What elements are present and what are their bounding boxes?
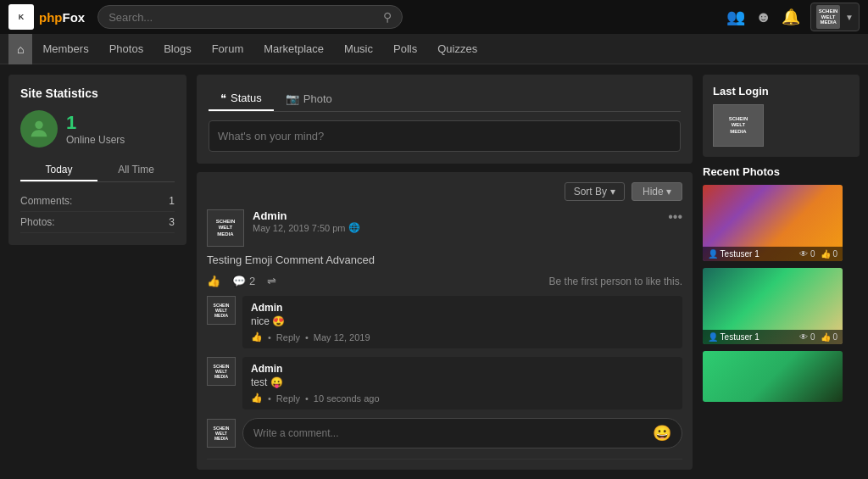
messages-icon[interactable]: ☻ — [755, 8, 771, 26]
comment-author: Admin — [251, 363, 674, 375]
view-count: 👁 0 — [799, 332, 815, 342]
comment-date: May 12, 2019 — [314, 332, 370, 343]
comment-input-row: SCHEINWELTMEDIA 😀 — [207, 418, 682, 448]
like-button[interactable]: 👍 — [207, 275, 220, 287]
post-date: May 12, 2019 7:50 pm 🌐 — [253, 222, 659, 233]
view-count: 👁 0 — [799, 249, 815, 259]
comment-reply-label: • — [268, 332, 271, 343]
comment-avatar: SCHEINWELTMEDIA — [207, 296, 236, 325]
logo-text: phpFox — [39, 10, 85, 25]
sort-arrow-icon: ▾ — [610, 186, 615, 198]
photo-item[interactable]: 👤 Testuser 1 👁 0 👍 0 — [703, 268, 860, 344]
feed-header: Sort By ▾ Hide ▾ — [207, 182, 682, 201]
comment-reply-button[interactable]: Reply — [276, 332, 300, 343]
user-menu[interactable]: SCHEINWELTMEDIA ▼ — [810, 3, 860, 31]
photo-stats: 👁 0 👍 0 — [799, 332, 837, 342]
comment-item: SCHEINWELTMEDIA Admin nice 😍 👍 • Reply •… — [207, 296, 682, 348]
stats-comments-row: Comments: 1 — [20, 191, 175, 212]
nav-music[interactable]: Music — [334, 34, 383, 64]
topbar: K phpFox ⚲ 👥 ☻ 🔔 SCHEINWELTMEDIA ▼ — [0, 0, 868, 34]
main-layout: Site Statistics 1 Online Users Today All… — [0, 64, 868, 479]
nav-blogs[interactable]: Blogs — [153, 34, 202, 64]
comment-reply-label: • — [268, 393, 271, 404]
like-text: Be the first person to like this. — [549, 276, 682, 287]
online-count: 1 — [66, 112, 125, 134]
nav-marketplace[interactable]: Marketplace — [253, 34, 334, 64]
post-info: Admin May 12, 2019 7:50 pm 🌐 — [253, 209, 659, 233]
last-login: Last Login SCHEINWELTMEDIA — [703, 75, 860, 157]
comment-date: 10 seconds ago — [314, 393, 380, 404]
left-panel: Site Statistics 1 Online Users Today All… — [8, 75, 186, 469]
tab-photo[interactable]: 📷 Photo — [274, 86, 344, 111]
photo-caption: 👤 Testuser 1 👁 0 👍 0 — [703, 330, 843, 344]
post-avatar[interactable]: SCHEINWELTMEDIA — [207, 209, 244, 247]
online-label: Online Users — [66, 134, 125, 146]
nav-home[interactable]: ⌂ — [8, 34, 32, 64]
photo-item[interactable]: 👤 Testuser 1 👁 0 👍 0 — [703, 185, 860, 261]
comment-time: • — [305, 332, 309, 343]
comment-input[interactable] — [253, 427, 653, 439]
photo-stats: 👁 0 👍 0 — [799, 249, 837, 259]
navbar: ⌂ Members Photos Blogs Forum Marketplace… — [0, 34, 868, 64]
nav-members[interactable]: Members — [32, 34, 98, 64]
comment-like-icon[interactable]: 👍 — [251, 331, 263, 343]
photos-val: 3 — [169, 216, 175, 228]
share-icon: ⇌ — [267, 275, 276, 287]
comment-body: Admin test 😛 👍 • Reply • 10 seconds ago — [242, 357, 682, 409]
comment-button[interactable]: 💬 2 — [232, 275, 255, 287]
last-login-avatar[interactable]: SCHEINWELTMEDIA — [713, 104, 764, 147]
search-input[interactable] — [108, 11, 378, 24]
comment-body: Admin nice 😍 👍 • Reply • May 12, 2019 — [242, 296, 682, 348]
comment-text: test 😛 — [251, 376, 674, 388]
user-avatar: SCHEINWELTMEDIA — [816, 5, 840, 29]
search-bar[interactable]: ⚲ — [97, 5, 403, 29]
post-input[interactable]: What's on your mind? — [209, 120, 681, 152]
comments-label: Comments: — [20, 195, 72, 207]
comment-actions: 👍 • Reply • May 12, 2019 — [251, 331, 674, 343]
nav-forum[interactable]: Forum — [202, 34, 254, 64]
feed: Sort By ▾ Hide ▾ SCHEINWELTMEDIA Admin M… — [197, 172, 693, 470]
notifications-icon[interactable]: 🔔 — [782, 8, 800, 26]
search-icon: ⚲ — [383, 10, 392, 24]
stats-user: 1 Online Users — [20, 110, 175, 148]
emoji-button[interactable]: 😀 — [653, 424, 671, 443]
recent-photos-title: Recent Photos — [703, 165, 860, 178]
stats-avatar — [20, 110, 58, 148]
share-button[interactable]: ⇌ — [267, 275, 276, 287]
comment-icon: 💬 — [232, 275, 246, 287]
user-icon: 👤 — [708, 249, 718, 259]
nav-polls[interactable]: Polls — [383, 34, 427, 64]
quote-icon: ❝ — [220, 92, 226, 104]
sort-button[interactable]: Sort By ▾ — [565, 182, 625, 201]
comment-avatar: SCHEINWELTMEDIA — [207, 357, 236, 386]
user-menu-arrow: ▼ — [845, 13, 854, 22]
post-options-button[interactable]: ••• — [668, 209, 682, 225]
photo-item[interactable] — [703, 351, 860, 402]
tab-alltime[interactable]: All Time — [97, 159, 175, 181]
camera-icon: 📷 — [286, 92, 299, 105]
nav-photos[interactable]: Photos — [99, 34, 153, 64]
stats-count-block: 1 Online Users — [66, 112, 125, 146]
photo-label: 👤 Testuser 1 — [708, 332, 760, 342]
post-box: ❝ Status 📷 Photo What's on your mind? — [197, 75, 693, 164]
tab-status[interactable]: ❝ Status — [209, 86, 274, 111]
nav-quizzes[interactable]: Quizzes — [427, 34, 487, 64]
user-icon: 👤 — [708, 332, 718, 342]
hide-button[interactable]: Hide ▾ — [632, 182, 682, 201]
stats-photos-row: Photos: 3 — [20, 212, 175, 233]
site-stats-title: Site Statistics — [20, 86, 175, 100]
logo[interactable]: K phpFox — [8, 4, 85, 30]
photo-caption: 👤 Testuser 1 👁 0 👍 0 — [703, 247, 843, 261]
friends-icon[interactable]: 👥 — [726, 8, 745, 26]
svg-point-0 — [35, 121, 42, 129]
post-tabs: ❝ Status 📷 Photo — [209, 86, 681, 112]
comment-reply-button[interactable]: Reply — [276, 393, 300, 404]
comment-like-icon[interactable]: 👍 — [251, 393, 263, 404]
post-author: Admin — [253, 209, 659, 222]
tab-today[interactable]: Today — [20, 159, 97, 181]
last-login-title: Last Login — [713, 85, 849, 97]
stats-tabs: Today All Time — [20, 159, 175, 182]
like-count: 👍 0 — [821, 332, 837, 342]
recent-photos: Recent Photos 👤 Testuser 1 👁 0 👍 0 — [703, 165, 860, 402]
site-statistics: Site Statistics 1 Online Users Today All… — [8, 75, 186, 245]
